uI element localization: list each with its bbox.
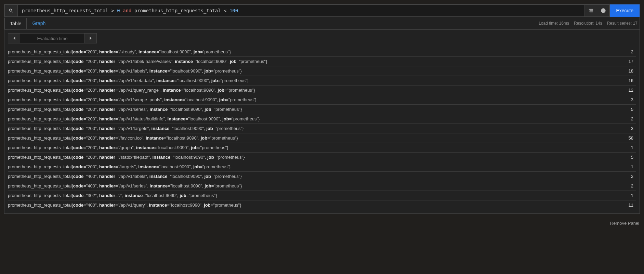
stat-result-series: Result series: 17 bbox=[607, 21, 638, 26]
table-row[interactable]: prometheus_http_requests_total{code="400… bbox=[8, 181, 636, 191]
series-cell: prometheus_http_requests_total{code="200… bbox=[8, 143, 616, 153]
series-cell: prometheus_http_requests_total{code="400… bbox=[8, 200, 616, 210]
value-cell: 2 bbox=[616, 181, 636, 191]
query-token-metric-2: prometheus_http_requests_total bbox=[134, 8, 221, 13]
table-row[interactable]: prometheus_http_requests_total{code="200… bbox=[8, 105, 636, 114]
table-row[interactable]: prometheus_http_requests_total{code="200… bbox=[8, 114, 636, 124]
panel-footer: Remove Panel bbox=[0, 218, 644, 226]
table-row[interactable]: prometheus_http_requests_total{code="200… bbox=[8, 153, 636, 162]
query-token-kw-and: and bbox=[120, 8, 134, 13]
chevron-right-icon bbox=[89, 36, 92, 40]
series-cell: prometheus_http_requests_total{code="400… bbox=[8, 172, 616, 181]
format-query-button[interactable] bbox=[585, 4, 597, 17]
series-cell: prometheus_http_requests_total{code="200… bbox=[8, 95, 616, 105]
query-stats: Load time: 16ms Resolution: 14s Result s… bbox=[539, 21, 640, 26]
value-cell: 5 bbox=[616, 105, 636, 114]
series-cell: prometheus_http_requests_total{code="200… bbox=[8, 66, 616, 76]
series-cell: prometheus_http_requests_total{code="200… bbox=[8, 124, 616, 133]
value-cell: 58 bbox=[616, 133, 636, 143]
value-cell: 12 bbox=[616, 86, 636, 95]
evaluation-time-group bbox=[8, 33, 97, 43]
value-cell: 1 bbox=[616, 143, 636, 153]
table-row[interactable]: prometheus_http_requests_total{code="400… bbox=[8, 172, 636, 181]
eval-time-decrement[interactable] bbox=[8, 34, 20, 43]
evaluation-time-input[interactable] bbox=[20, 34, 85, 43]
query-panel: prometheus_http_requests_total > 0 and p… bbox=[4, 4, 640, 214]
table-row[interactable]: prometheus_http_requests_total{code="200… bbox=[8, 95, 636, 105]
query-token-op-2: < bbox=[221, 8, 229, 13]
evaluation-time-row bbox=[4, 30, 640, 47]
expression-input[interactable]: prometheus_http_requests_total > 0 and p… bbox=[17, 4, 585, 17]
series-cell: prometheus_http_requests_total{code="200… bbox=[8, 47, 616, 57]
table-row[interactable]: prometheus_http_requests_total{code="200… bbox=[8, 143, 636, 153]
execute-button[interactable]: Execute bbox=[609, 4, 640, 17]
value-cell: 1 bbox=[616, 162, 636, 172]
series-cell: prometheus_http_requests_total{code="200… bbox=[8, 57, 616, 66]
series-cell: prometheus_http_requests_total{code="400… bbox=[8, 181, 616, 191]
value-cell: 3 bbox=[616, 95, 636, 105]
stat-load-time: Load time: 16ms bbox=[539, 21, 569, 26]
query-token-metric-1: prometheus_http_requests_total bbox=[22, 8, 108, 13]
remove-panel-link[interactable]: Remove Panel bbox=[610, 221, 639, 226]
table-row[interactable]: prometheus_http_requests_total{code="200… bbox=[8, 47, 636, 57]
table-row[interactable]: prometheus_http_requests_total{code="200… bbox=[8, 133, 636, 143]
tabs-row: Table Graph Load time: 16ms Resolution: … bbox=[4, 17, 640, 30]
value-cell: 2 bbox=[616, 47, 636, 57]
stat-resolution: Resolution: 14s bbox=[574, 21, 602, 26]
value-cell: 18 bbox=[616, 66, 636, 76]
format-icon bbox=[588, 8, 594, 13]
chevron-left-icon bbox=[13, 36, 16, 40]
series-cell: prometheus_http_requests_total{code="200… bbox=[8, 114, 616, 124]
series-cell: prometheus_http_requests_total{code="200… bbox=[8, 153, 616, 162]
series-cell: prometheus_http_requests_total{code="200… bbox=[8, 105, 616, 114]
series-cell: prometheus_http_requests_total{code="200… bbox=[8, 162, 616, 172]
value-cell: 5 bbox=[616, 153, 636, 162]
value-cell: 2 bbox=[616, 172, 636, 181]
table-row[interactable]: prometheus_http_requests_total{code="302… bbox=[8, 191, 636, 200]
query-token-num-1: 0 bbox=[117, 8, 120, 13]
table-row[interactable]: prometheus_http_requests_total{code="200… bbox=[8, 66, 636, 76]
value-cell: 16 bbox=[616, 76, 636, 86]
value-cell: 11 bbox=[616, 200, 636, 210]
value-cell: 17 bbox=[616, 57, 636, 66]
eval-time-increment[interactable] bbox=[85, 34, 96, 43]
series-cell: prometheus_http_requests_total{code="302… bbox=[8, 191, 616, 200]
value-cell: 1 bbox=[616, 191, 636, 200]
results-table: prometheus_http_requests_total{code="200… bbox=[8, 47, 636, 210]
series-cell: prometheus_http_requests_total{code="200… bbox=[8, 76, 616, 86]
search-icon bbox=[9, 8, 14, 13]
table-row[interactable]: prometheus_http_requests_total{code="200… bbox=[8, 57, 636, 66]
table-row[interactable]: prometheus_http_requests_total{code="400… bbox=[8, 200, 636, 210]
query-history-button[interactable] bbox=[597, 4, 609, 17]
query-token-num-2: 100 bbox=[229, 8, 238, 13]
value-cell: 3 bbox=[616, 124, 636, 133]
series-cell: prometheus_http_requests_total{code="200… bbox=[8, 133, 616, 143]
series-cell: prometheus_http_requests_total{code="200… bbox=[8, 86, 616, 95]
metrics-explorer-button[interactable] bbox=[4, 4, 17, 17]
table-row[interactable]: prometheus_http_requests_total{code="200… bbox=[8, 76, 636, 86]
tab-graph[interactable]: Graph bbox=[27, 17, 51, 29]
value-cell: 2 bbox=[616, 114, 636, 124]
table-row[interactable]: prometheus_http_requests_total{code="200… bbox=[8, 124, 636, 133]
results-table-container: prometheus_http_requests_total{code="200… bbox=[4, 47, 640, 213]
query-token-op-1: > bbox=[108, 8, 117, 13]
history-icon bbox=[601, 8, 606, 13]
tab-table[interactable]: Table bbox=[4, 18, 27, 29]
table-row[interactable]: prometheus_http_requests_total{code="200… bbox=[8, 86, 636, 95]
query-row: prometheus_http_requests_total > 0 and p… bbox=[4, 4, 640, 17]
table-row[interactable]: prometheus_http_requests_total{code="200… bbox=[8, 162, 636, 172]
